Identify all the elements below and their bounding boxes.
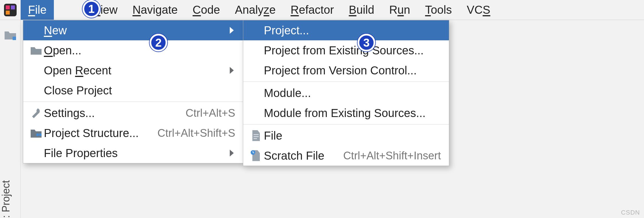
new-menu-module[interactable]: Module... <box>243 83 449 103</box>
new-menu-module-existing-label: Module from Existing Sources... <box>264 107 441 120</box>
new-menu-scratch-file-shortcut: Ctrl+Alt+Shift+Insert <box>343 150 441 162</box>
file-menu-open-recent[interactable]: Open Recent <box>23 60 243 80</box>
sidebar-project-tab[interactable]: 1: Project <box>0 180 12 218</box>
file-menu-project-structure-shortcut: Ctrl+Alt+Shift+S <box>158 127 235 139</box>
menu-code[interactable]: Code <box>185 0 227 20</box>
submenu-arrow-icon <box>228 149 235 157</box>
project-structure-icon <box>28 128 44 138</box>
tool-window-bar-left: 1: Project <box>0 20 21 218</box>
menu-vcs-label: VCS <box>467 3 490 16</box>
file-menu-new-label: New <box>44 24 224 37</box>
new-menu-project-vcs-label: Project from Version Control... <box>264 64 441 77</box>
menu-refactor-label: Refactor <box>290 3 334 16</box>
new-menu-file-label: File <box>264 129 441 142</box>
svg-rect-4 <box>13 37 16 40</box>
menu-separator <box>243 124 449 124</box>
svg-rect-7 <box>254 134 259 135</box>
menu-hidden[interactable] <box>54 0 85 20</box>
annotation-badge-3: 3 <box>358 34 375 51</box>
menu-build-label: Build <box>349 3 374 16</box>
menu-run[interactable]: Run <box>382 0 417 20</box>
new-menu-scratch-file[interactable]: Scratch File Ctrl+Alt+Shift+Insert <box>243 146 449 166</box>
new-menu-project-vcs[interactable]: Project from Version Control... <box>243 60 449 80</box>
file-menu-settings-shortcut: Ctrl+Alt+S <box>186 107 235 119</box>
file-menu-file-properties-label: File Properties <box>44 147 224 160</box>
menu-refactor[interactable]: Refactor <box>283 0 341 20</box>
menu-navigate[interactable]: Navigate <box>125 0 185 20</box>
sidebar-project-icon[interactable] <box>0 26 21 43</box>
scratch-file-icon <box>248 150 264 162</box>
app-logo-icon <box>0 0 21 20</box>
new-menu-project[interactable]: Project... <box>243 20 449 40</box>
folder-open-icon <box>28 45 44 55</box>
menu-navigate-label: Navigate <box>132 3 178 16</box>
file-menu-settings-label: Settings... <box>44 107 180 120</box>
new-menu-scratch-file-label: Scratch File <box>264 149 337 162</box>
file-menu-popup: New Open... Open Recent Close Project Se… <box>23 20 244 163</box>
menu-tools[interactable]: Tools <box>418 0 459 20</box>
new-menu-module-existing[interactable]: Module from Existing Sources... <box>243 103 449 123</box>
menu-file-label: File <box>28 3 46 16</box>
svg-rect-8 <box>254 136 259 137</box>
file-menu-open-label: Open... <box>44 44 235 57</box>
file-menu-close-project[interactable]: Close Project <box>23 80 243 100</box>
submenu-arrow-icon <box>228 26 235 34</box>
submenu-arrow-icon <box>228 66 235 74</box>
menu-build[interactable]: Build <box>341 0 382 20</box>
file-menu-close-project-label: Close Project <box>44 84 235 97</box>
svg-rect-3 <box>6 11 10 15</box>
svg-rect-6 <box>39 134 42 136</box>
new-menu-project-existing-label: Project from Existing Sources... <box>264 44 441 57</box>
menu-separator <box>23 102 243 102</box>
watermark: CSDN <box>621 209 640 216</box>
svg-rect-5 <box>36 134 39 136</box>
new-menu-project-label: Project... <box>264 24 441 37</box>
file-menu-open-recent-label: Open Recent <box>44 64 224 77</box>
file-icon <box>248 130 264 142</box>
menu-analyze[interactable]: Analyze <box>227 0 283 20</box>
menu-separator <box>243 82 449 82</box>
file-menu-settings[interactable]: Settings... Ctrl+Alt+S <box>23 103 243 123</box>
file-menu-new[interactable]: New <box>23 20 243 40</box>
svg-rect-9 <box>254 138 257 139</box>
file-menu-project-structure[interactable]: Project Structure... Ctrl+Alt+Shift+S <box>23 123 243 143</box>
menu-vcs[interactable]: VCS <box>459 0 498 20</box>
file-menu-file-properties[interactable]: File Properties <box>23 143 243 163</box>
svg-rect-1 <box>6 5 10 9</box>
file-menu-project-structure-label: Project Structure... <box>44 127 152 140</box>
new-menu-project-existing[interactable]: Project from Existing Sources... <box>243 40 449 60</box>
menu-analyze-label: Analyze <box>235 3 276 16</box>
menu-file[interactable]: File <box>21 0 54 20</box>
new-menu-file[interactable]: File <box>243 126 449 146</box>
menu-run-label: Run <box>389 3 410 16</box>
wrench-icon <box>28 107 44 119</box>
sidebar-project-tab-label: 1: Project <box>0 180 12 218</box>
file-menu-open[interactable]: Open... <box>23 40 243 60</box>
new-menu-module-label: Module... <box>264 87 441 100</box>
svg-rect-2 <box>11 5 15 9</box>
annotation-badge-2: 2 <box>150 34 167 51</box>
menu-tools-label: Tools <box>425 3 452 16</box>
new-submenu-popup: Project... Project from Existing Sources… <box>243 20 449 166</box>
annotation-badge-1: 1 <box>83 0 100 18</box>
menu-code-label: Code <box>193 3 220 16</box>
